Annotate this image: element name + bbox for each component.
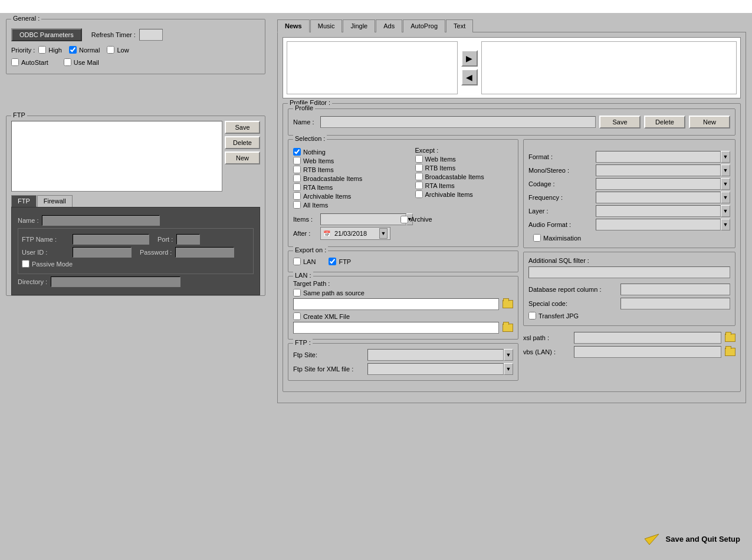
items-combo-input[interactable] bbox=[320, 213, 406, 225]
codage-dropdown[interactable]: ▼ bbox=[721, 178, 730, 190]
frequency-dropdown[interactable]: ▼ bbox=[721, 192, 730, 203]
save-quit-label: Save and Quit Setup bbox=[666, 535, 740, 543]
except-rta-checkbox[interactable] bbox=[415, 182, 423, 189]
use-mail-checkbox[interactable] bbox=[64, 58, 71, 66]
lan-export-checkbox[interactable] bbox=[293, 258, 301, 265]
ftp-tab-firewall[interactable]: Firewall bbox=[37, 195, 73, 207]
ftp-export-checkbox[interactable] bbox=[329, 258, 336, 265]
profile-name-label: Name : bbox=[293, 118, 317, 126]
except-broadcastable-checkbox[interactable] bbox=[415, 173, 423, 180]
vbs-folder-icon[interactable] bbox=[725, 348, 735, 356]
tab-text[interactable]: Text bbox=[446, 19, 473, 32]
ftp-site-xml-label: Ftp Site for XML file : bbox=[293, 365, 364, 373]
nothing-checkbox[interactable] bbox=[293, 148, 301, 156]
autostart-checkbox[interactable] bbox=[11, 58, 19, 66]
tab-autoprog[interactable]: AutoProg bbox=[403, 19, 445, 32]
mono-stereo-label: Mono/Stereo : bbox=[528, 167, 593, 174]
ftp-hostname-input[interactable] bbox=[73, 234, 149, 245]
profile-save-button[interactable]: Save bbox=[599, 116, 641, 129]
ftp-list[interactable] bbox=[11, 121, 222, 192]
ftp-new-button[interactable]: New bbox=[225, 151, 260, 164]
except-broadcastable-label: Broadcastable Items bbox=[425, 173, 484, 180]
sql-filter-input[interactable] bbox=[528, 266, 730, 278]
ftp-site-dropdown[interactable]: ▼ bbox=[504, 349, 513, 361]
xsl-path-input[interactable] bbox=[574, 332, 721, 344]
all-items-checkbox[interactable] bbox=[293, 201, 301, 209]
format-dropdown[interactable]: ▼ bbox=[721, 151, 730, 163]
ftp-site-xml-input[interactable] bbox=[367, 363, 504, 375]
audio-format-dropdown[interactable]: ▼ bbox=[721, 219, 730, 230]
ftp-name-input[interactable] bbox=[42, 215, 160, 226]
after-date-input[interactable] bbox=[333, 228, 377, 239]
db-report-label: Database report column : bbox=[528, 286, 617, 293]
codage-input[interactable] bbox=[596, 178, 721, 190]
frequency-input[interactable] bbox=[596, 192, 721, 203]
passive-mode-checkbox[interactable] bbox=[22, 260, 29, 268]
date-combo-btn[interactable]: ▼ bbox=[379, 228, 388, 239]
archivable-items-checkbox[interactable] bbox=[293, 192, 301, 200]
play-button[interactable]: ▶ bbox=[461, 50, 478, 67]
special-code-input[interactable] bbox=[620, 298, 730, 309]
save-quit-button[interactable]: Save and Quit Setup bbox=[642, 529, 740, 548]
preview-box-right bbox=[481, 41, 737, 94]
stop-button[interactable]: ◀ bbox=[461, 69, 478, 85]
format-input[interactable] bbox=[596, 151, 721, 163]
except-archivable-checkbox[interactable] bbox=[415, 190, 423, 198]
except-rtb-items-checkbox[interactable] bbox=[415, 164, 423, 172]
ftp-right-group: FTP : Ftp Site: ▼ Ftp Site for XML file … bbox=[288, 343, 518, 381]
lan-path-input[interactable] bbox=[293, 298, 499, 310]
maximisation-checkbox[interactable] bbox=[533, 234, 541, 242]
ftp-port-input[interactable] bbox=[176, 234, 200, 245]
xml-path-input[interactable] bbox=[293, 322, 499, 334]
profile-subtitle: Profile bbox=[293, 104, 315, 111]
vbs-lan-input[interactable] bbox=[574, 346, 721, 358]
tab-news[interactable]: News bbox=[277, 19, 310, 32]
mono-stereo-input[interactable] bbox=[596, 164, 721, 176]
create-xml-checkbox[interactable] bbox=[293, 312, 301, 320]
rtb-items-checkbox[interactable] bbox=[293, 166, 301, 173]
db-report-input[interactable] bbox=[620, 284, 730, 295]
passive-mode-label: Passive Mode bbox=[32, 261, 73, 268]
tab-music[interactable]: Music bbox=[310, 19, 343, 32]
mono-stereo-dropdown[interactable]: ▼ bbox=[721, 164, 730, 176]
user-id-input[interactable] bbox=[73, 247, 132, 258]
refresh-timer-input[interactable] bbox=[139, 29, 163, 41]
target-path-label: Target Path : bbox=[293, 280, 513, 287]
ftp-site-xml-dropdown[interactable]: ▼ bbox=[504, 363, 513, 375]
user-id-label: User ID : bbox=[22, 249, 69, 256]
password-input[interactable] bbox=[175, 247, 234, 258]
tab-jingle[interactable]: Jingle bbox=[343, 19, 375, 32]
profile-delete-button[interactable]: Delete bbox=[644, 116, 685, 129]
xml-path-folder-icon[interactable] bbox=[503, 324, 513, 332]
ftp-site-input[interactable] bbox=[367, 349, 504, 361]
main-tab-content: ▶ ◀ Profile Editor : Profile Name : Save… bbox=[277, 32, 746, 403]
top-bar bbox=[0, 0, 752, 13]
same-path-checkbox[interactable] bbox=[293, 289, 301, 297]
format-group: Format : ▼ Mono/Stereo : ▼ bbox=[523, 139, 735, 248]
password-label: Password : bbox=[140, 249, 172, 256]
except-web-items-checkbox[interactable] bbox=[415, 155, 423, 163]
frequency-label: Frequency : bbox=[528, 194, 593, 201]
xsl-folder-icon[interactable] bbox=[725, 334, 735, 342]
layer-input[interactable] bbox=[596, 205, 721, 217]
transfer-jpg-checkbox[interactable] bbox=[528, 312, 536, 319]
profile-new-button[interactable]: New bbox=[689, 116, 730, 129]
ftp-delete-button[interactable]: Delete bbox=[225, 136, 260, 149]
high-checkbox[interactable] bbox=[38, 46, 46, 54]
directory-input[interactable] bbox=[51, 276, 180, 287]
web-items-checkbox[interactable] bbox=[293, 157, 301, 164]
tab-ads[interactable]: Ads bbox=[376, 19, 402, 32]
normal-checkbox[interactable] bbox=[69, 46, 77, 54]
ftp-name-label: FTP Name : bbox=[22, 236, 69, 243]
layer-dropdown[interactable]: ▼ bbox=[721, 205, 730, 217]
archive-checkbox[interactable] bbox=[400, 216, 408, 223]
rta-items-checkbox[interactable] bbox=[293, 183, 301, 191]
audio-format-input[interactable] bbox=[596, 219, 721, 230]
lan-path-folder-icon[interactable] bbox=[503, 300, 513, 308]
broadcastable-items-checkbox[interactable] bbox=[293, 174, 301, 182]
ftp-save-button[interactable]: Save bbox=[225, 121, 260, 134]
profile-name-input[interactable] bbox=[320, 116, 596, 128]
ftp-tab-ftp[interactable]: FTP bbox=[11, 195, 37, 207]
odbc-button[interactable]: ODBC Parameters bbox=[11, 28, 82, 41]
low-checkbox[interactable] bbox=[107, 46, 114, 54]
